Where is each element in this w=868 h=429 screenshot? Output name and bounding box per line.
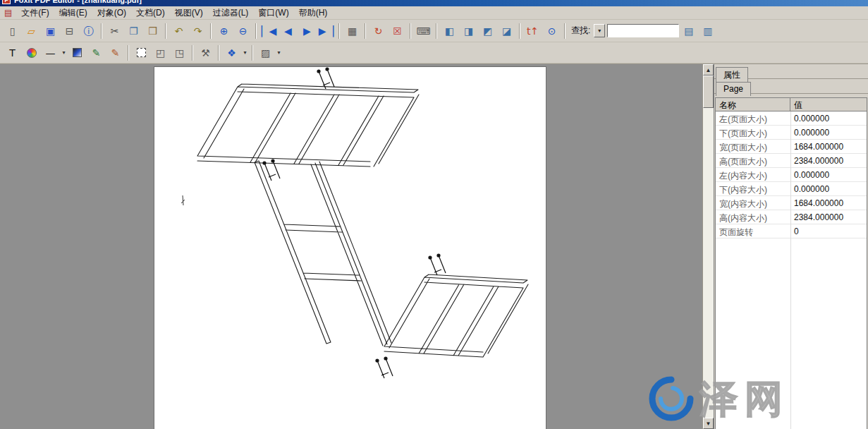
text-up-button[interactable]: t↑ — [523, 22, 542, 40]
page-grid-icon: ▦ — [348, 26, 357, 36]
menu-edit[interactable]: 编辑(E) — [54, 6, 92, 20]
find-history-dropdown[interactable]: ▾ — [594, 24, 605, 37]
document-page[interactable] — [154, 66, 546, 429]
property-row[interactable]: 宽(内容大小)1684.000000 — [716, 196, 867, 210]
find-label: 查找: — [570, 25, 592, 37]
print-button[interactable]: ⊟ — [60, 22, 79, 40]
tab-properties[interactable]: 属性 — [716, 67, 748, 83]
scrollbar-track[interactable] — [703, 108, 714, 418]
zoom-out-button[interactable]: ⊖ — [233, 22, 252, 40]
select-area-button[interactable] — [132, 44, 151, 61]
text-up-icon: t↑ — [527, 26, 539, 36]
undo-button[interactable]: ↶ — [169, 22, 188, 40]
two-page-view-button[interactable]: ◩ — [478, 22, 497, 40]
active-document-icon[interactable]: ▤ — [4, 8, 12, 18]
find-cluster: 查找: ▾ — [570, 24, 679, 37]
tab-page[interactable]: Page — [716, 82, 751, 96]
tools-button[interactable]: ⚒ — [196, 44, 215, 61]
property-name: 左(内容大小) — [716, 168, 790, 181]
last-page-icon: ▶▕ — [319, 26, 334, 36]
property-row[interactable]: 下(内容大小)0.000000 — [716, 182, 867, 196]
menu-view[interactable]: 视图(V) — [170, 6, 208, 20]
new-document-button[interactable]: ▯ — [3, 22, 22, 40]
window-icon[interactable]: F — [2, 0, 11, 4]
property-name: 左(页面大小) — [716, 111, 790, 125]
target-button[interactable]: ⊙ — [542, 22, 561, 40]
previous-page-button[interactable]: ◀ — [279, 22, 298, 40]
document-info-button[interactable]: ⓘ — [79, 22, 98, 40]
menu-filter[interactable]: 过滤器(L) — [208, 6, 254, 20]
column-header-value[interactable]: 值 — [790, 98, 867, 111]
property-row[interactable]: 下(页面大小)0.000000 — [716, 126, 867, 140]
property-row[interactable]: 高(页面大小)2384.000000 — [716, 154, 867, 168]
cut-button[interactable]: ✂ — [105, 22, 124, 40]
find-input[interactable] — [607, 24, 679, 37]
fit-page-button[interactable]: ◨ — [459, 22, 478, 40]
copy-button[interactable]: ❐ — [124, 22, 143, 40]
find-next-document-button[interactable]: ▥ — [698, 22, 717, 40]
continuous-view-button[interactable]: ◪ — [497, 22, 516, 40]
edit-content-button[interactable]: ✎ — [106, 44, 125, 61]
line-tool-button-dropdown[interactable]: ▾ — [60, 44, 68, 61]
stroke-color-button-dropdown[interactable]: ▾ — [241, 44, 249, 61]
keyboard-button[interactable]: ⌨ — [414, 22, 433, 40]
fill-style-button[interactable] — [68, 44, 87, 61]
paste-button[interactable]: ❒ — [143, 22, 162, 40]
fit-width-icon: ◧ — [445, 26, 454, 36]
scroll-down-button[interactable]: ▼ — [703, 418, 714, 429]
panel-subtab-bar: Page — [714, 79, 868, 94]
property-row[interactable]: 宽(页面大小)1684.000000 — [716, 140, 867, 154]
menu-document[interactable]: 文档(D) — [131, 6, 170, 20]
property-value: 1684.000000 — [790, 196, 867, 210]
wrench-icon: ⚒ — [201, 48, 210, 58]
line-tool-button[interactable]: — — [41, 44, 60, 61]
redo-button[interactable]: ↷ — [188, 22, 207, 40]
stroke-color-button[interactable]: ❖ — [222, 44, 241, 61]
distort-button[interactable]: ◳ — [170, 44, 189, 61]
page-thumbnails-button[interactable]: ▦ — [343, 22, 362, 40]
stroke-color-icon: ❖ — [227, 48, 236, 58]
fill-color-button-dropdown[interactable]: ▾ — [275, 44, 283, 61]
scrollbar-thumb[interactable] — [703, 75, 714, 108]
color-wheel-button[interactable] — [22, 44, 41, 61]
rotate-page-button[interactable]: ↻ — [369, 22, 388, 40]
find-document-button[interactable]: ▤ — [679, 22, 698, 40]
menu-window[interactable]: 窗口(W) — [253, 6, 293, 20]
column-header-name[interactable]: 名称 — [716, 98, 790, 111]
last-page-button[interactable]: ▶▕ — [317, 22, 336, 40]
property-row[interactable]: 左(内容大小)0.000000 — [716, 168, 867, 182]
save-button[interactable]: ▣ — [41, 22, 60, 40]
text-tool-icon: T — [9, 48, 16, 58]
open-file-button[interactable]: ▱ — [22, 22, 41, 40]
property-row[interactable]: 高(内容大小)2384.000000 — [716, 210, 867, 224]
menu-object[interactable]: 对象(O) — [92, 6, 131, 20]
toolbar-separator — [255, 23, 257, 39]
menu-file[interactable]: 文件(F) — [16, 6, 54, 20]
menu-help[interactable]: 帮助(H) — [294, 6, 333, 20]
fill-color-button[interactable]: ▨ — [256, 44, 275, 61]
toolbar-separator — [519, 23, 520, 39]
zoom-in-button[interactable]: ⊕ — [214, 22, 233, 40]
property-row[interactable]: 页面旋转0 — [716, 224, 867, 238]
arrow-down-icon: ▼ — [706, 421, 711, 427]
document-canvas[interactable] — [0, 64, 702, 429]
first-page-button[interactable]: ▏◀ — [259, 22, 279, 40]
scissors-icon: ✂ — [111, 26, 119, 36]
property-name: 下(内容大小) — [716, 182, 790, 195]
edit-object-button[interactable]: ✎ — [87, 44, 106, 61]
property-value: 2384.000000 — [790, 210, 867, 224]
edit-content-icon: ✎ — [111, 48, 120, 58]
property-row[interactable]: 左(页面大小)0.000000 — [716, 111, 867, 126]
scroll-up-button[interactable]: ▲ — [703, 64, 714, 75]
fill-color-icon: ▨ — [261, 48, 270, 58]
paste-clipboard-icon: ❒ — [148, 26, 157, 36]
keyboard-icon: ⌨ — [416, 26, 430, 36]
text-tool-button[interactable]: T — [3, 44, 22, 61]
save-floppy-icon: ▣ — [46, 26, 55, 36]
delete-page-button[interactable]: ☒ — [388, 22, 407, 40]
vertical-scrollbar[interactable]: ▲ ▼ — [702, 64, 714, 429]
fit-width-button[interactable]: ◧ — [440, 22, 459, 40]
application-window: F Foxit PDF Editor - [zhankuang.pdf] ▤ 文… — [0, 0, 868, 429]
transform-button[interactable]: ◰ — [151, 44, 170, 61]
next-page-button[interactable]: ▶ — [298, 22, 317, 40]
